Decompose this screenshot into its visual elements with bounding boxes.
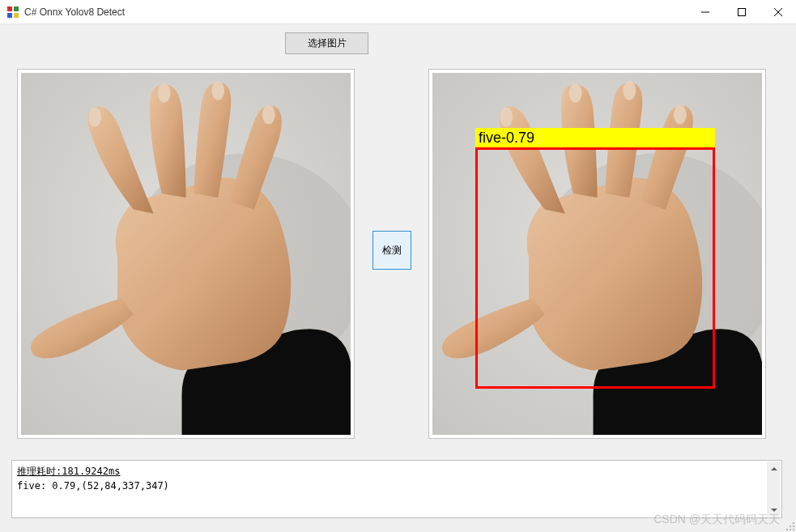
output-scrollbar[interactable]	[767, 462, 781, 517]
resize-grip[interactable]	[785, 521, 796, 532]
svg-point-23	[786, 529, 788, 530]
maximize-button[interactable]	[723, 0, 760, 24]
svg-point-20	[793, 522, 794, 524]
output-line-2: five: 0.79,(52,84,337,347)	[17, 479, 777, 493]
scroll-down-icon[interactable]	[767, 503, 781, 517]
svg-point-19	[674, 105, 687, 125]
detection-label: five-0.79	[475, 128, 715, 147]
svg-point-21	[790, 526, 791, 527]
svg-point-24	[790, 529, 791, 530]
minimize-button[interactable]	[687, 0, 723, 24]
result-image: five-0.79	[432, 73, 762, 435]
svg-rect-1	[14, 6, 19, 11]
svg-point-25	[793, 529, 794, 530]
source-image	[21, 73, 351, 435]
svg-rect-0	[7, 6, 12, 11]
svg-rect-3	[14, 13, 19, 18]
svg-point-13	[262, 105, 275, 125]
svg-point-10	[88, 108, 101, 127]
svg-point-18	[623, 81, 636, 100]
svg-point-11	[158, 83, 171, 103]
result-image-panel: five-0.79	[428, 69, 766, 439]
svg-point-22	[793, 526, 794, 527]
svg-point-17	[569, 83, 582, 103]
scroll-up-icon[interactable]	[767, 462, 781, 475]
titlebar: C# Onnx Yolov8 Detect	[0, 0, 796, 24]
source-image-panel	[17, 69, 355, 439]
svg-rect-5	[738, 9, 745, 16]
svg-point-16	[500, 108, 513, 127]
window-title: C# Onnx Yolov8 Detect	[24, 6, 125, 18]
output-textbox[interactable]: 推理耗时:181.9242ms five: 0.79,(52,84,337,34…	[11, 460, 782, 518]
detect-button[interactable]: 检测	[372, 231, 411, 270]
output-line-1: 推理耗时:181.9242ms	[17, 464, 777, 479]
svg-point-12	[211, 81, 224, 100]
detection-bbox	[475, 147, 715, 389]
svg-rect-2	[7, 13, 12, 18]
app-icon	[6, 6, 19, 19]
client-area: 选择图片	[0, 24, 796, 532]
select-image-button[interactable]: 选择图片	[285, 32, 368, 54]
window-controls	[687, 0, 796, 24]
close-button[interactable]	[760, 0, 796, 24]
